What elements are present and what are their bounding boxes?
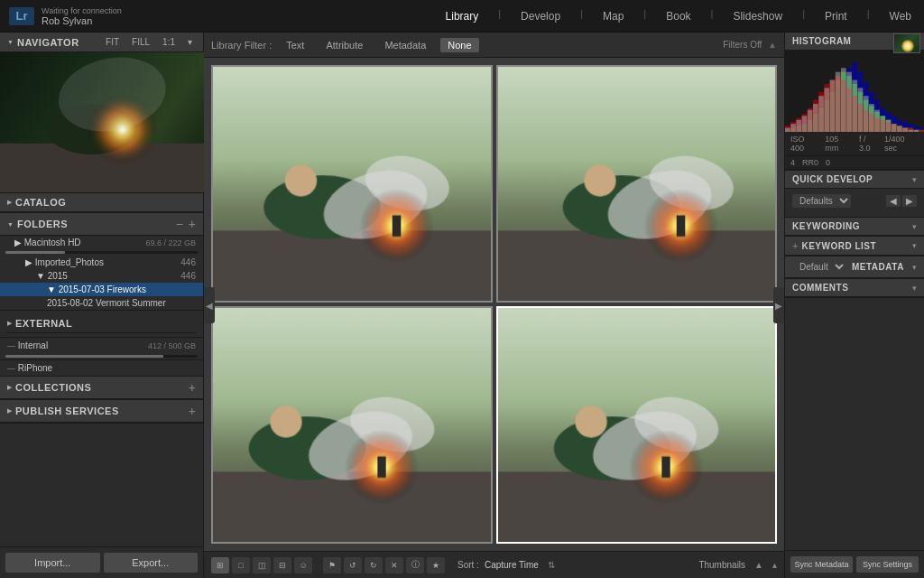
sort-direction-icon[interactable]: ⇅ <box>548 560 555 570</box>
folder-macintosh-hd[interactable]: ▶ Macintosh HD 69.6 / 222 GB <box>0 236 203 249</box>
photo-cell-4[interactable] <box>496 306 778 544</box>
nav-fit-btn[interactable]: FIT <box>102 36 123 48</box>
qd-preset-select[interactable]: Defaults <box>792 194 851 208</box>
people-view-btn[interactable]: ☺ <box>294 557 312 573</box>
folders-title: Folders <box>17 219 68 229</box>
grid-view-btn[interactable]: ⊞ <box>211 557 229 573</box>
internal-disk: 412 / 500 GB <box>148 341 196 350</box>
catalog-title: Catalog <box>15 197 66 208</box>
nav-fill-btn[interactable]: FILL <box>128 36 153 48</box>
reject-icon[interactable]: ✕ <box>385 557 403 573</box>
qd-preset-next[interactable]: ▶ <box>902 195 917 207</box>
folder-vermont[interactable]: 2015-08-02 Vermont Summer <box>0 296 203 310</box>
comments-expand-icon[interactable]: ▾ <box>912 284 917 293</box>
quick-develop-expand-icon[interactable]: ▾ <box>912 175 917 184</box>
compare-view-btn[interactable]: ◫ <box>253 557 271 573</box>
folders-header[interactable]: ▼ Folders − + <box>0 213 203 236</box>
quick-develop-header[interactable]: Quick Develop ▾ <box>785 171 924 189</box>
navigator-header[interactable]: ▼ Navigator FIT FILL 1:1 ▾ <box>0 33 203 52</box>
keywording-header[interactable]: Keywording ▾ <box>785 218 924 236</box>
star-icon[interactable]: ★ <box>427 557 445 573</box>
comments-header[interactable]: Comments ▾ <box>785 279 924 297</box>
export-button[interactable]: Export... <box>104 553 199 573</box>
sort-value[interactable]: Capture Time <box>485 560 539 570</box>
comments-section: Comments ▾ <box>785 279 924 298</box>
filter-expand-icon[interactable]: ▲ <box>768 40 777 50</box>
riphone-item[interactable]: — RiPhone <box>0 360 203 376</box>
external-header[interactable]: ▶ External <box>7 314 196 333</box>
expand-filmstrip-btn[interactable]: ▴ <box>772 560 777 570</box>
quick-develop-content: Defaults ◀ ▶ <box>785 189 924 217</box>
hist-lens: 105 mm <box>825 135 854 153</box>
right-panel-collapse[interactable]: ▶ <box>773 287 784 323</box>
publish-services-add-btn[interactable]: + <box>189 404 196 418</box>
sync-metadata-button[interactable]: Sync Metadata <box>790 556 853 573</box>
survey-view-btn[interactable]: ⊟ <box>273 557 291 573</box>
filter-tab-text[interactable]: Text <box>279 38 311 52</box>
publish-services-header[interactable]: ▶ Publish Services + <box>0 400 203 423</box>
topbar-left: Lr Waiting for connection Rob Sylvan <box>9 6 122 26</box>
filter-tab-none[interactable]: None <box>440 38 478 52</box>
nav-zoom-btn[interactable]: ▾ <box>184 36 196 48</box>
metadata-section: Default Metadata ▾ <box>785 256 924 279</box>
nav-develop[interactable]: Develop <box>517 8 564 24</box>
keyword-list-expand-icon[interactable]: ▾ <box>912 241 917 250</box>
rotate-icon[interactable]: ↺ <box>344 557 362 573</box>
nav-library[interactable]: Library <box>442 8 483 24</box>
flag-icon[interactable]: ⚑ <box>323 557 341 573</box>
internal-drive[interactable]: — Internal 412 / 500 GB <box>0 338 203 353</box>
metadata-preset-select[interactable]: Default <box>792 260 846 274</box>
photo-cell-2[interactable] <box>496 65 778 303</box>
thumb-label: Thumbnails <box>698 560 745 570</box>
sort-label: Sort : <box>457 560 479 570</box>
filter-off: Filters Off ▲ <box>723 40 777 50</box>
external-title: External <box>15 318 72 329</box>
collections-add-btn[interactable]: + <box>189 380 196 395</box>
catalog-header[interactable]: ▶ Catalog <box>0 193 203 212</box>
folder-fireworks[interactable]: ▼ 2015-07-03 Fireworks <box>0 283 203 296</box>
collections-header[interactable]: ▶ Collections + <box>0 377 203 399</box>
disk-space: 69.6 / 222 GB <box>145 238 196 247</box>
folders-minus-btn[interactable]: − <box>176 217 183 231</box>
keywording-expand-icon[interactable]: ▾ <box>912 222 917 231</box>
hist-shutter: 1/400 sec <box>884 135 919 153</box>
folder-imported-photos[interactable]: ▶ Imported_Photos 446 <box>0 256 203 269</box>
histogram-canvas <box>785 51 924 132</box>
thumb-size-icon[interactable]: ▲ <box>754 560 763 570</box>
topbar-info: Waiting for connection Rob Sylvan <box>42 6 122 26</box>
hist-val1: 4 <box>790 158 795 167</box>
nav-slideshow[interactable]: Slideshow <box>729 8 786 24</box>
histogram-title: Histogram <box>792 36 851 46</box>
nav-web[interactable]: Web <box>886 8 915 24</box>
nav-print[interactable]: Print <box>821 8 851 24</box>
rotate-cw-icon[interactable]: ↻ <box>365 557 383 573</box>
internal-section: — Internal 412 / 500 GB <box>0 338 203 360</box>
hist-val2: RR0 <box>802 158 818 167</box>
keyword-list-header[interactable]: + Keyword List ▾ <box>785 237 924 256</box>
metadata-expand-icon[interactable]: ▾ <box>912 263 917 272</box>
filter-tab-attribute[interactable]: Attribute <box>319 38 370 52</box>
metadata-header[interactable]: Default Metadata ▾ <box>785 256 924 278</box>
nav-book[interactable]: Book <box>662 8 694 24</box>
info-icon[interactable]: ⓘ <box>406 557 424 573</box>
nav-1-1-btn[interactable]: 1:1 <box>159 36 179 48</box>
loupe-view-btn[interactable]: □ <box>232 557 250 573</box>
qd-preset-prev[interactable]: ◀ <box>886 195 901 207</box>
hist-info: ISO 400 105 mm f / 3.0 1/400 sec <box>785 132 924 156</box>
folder-2015[interactable]: ▼ 2015 446 <box>0 269 203 283</box>
quick-develop-section: Quick Develop ▾ Defaults ◀ ▶ <box>785 171 924 218</box>
photo-cell-1[interactable] <box>211 65 493 303</box>
keyword-list-add-icon[interactable]: + <box>792 240 798 251</box>
topbar-status: Waiting for connection <box>42 6 122 15</box>
topbar-user: Rob Sylvan <box>42 15 122 26</box>
sync-settings-button[interactable]: Sync Settings <box>856 556 919 573</box>
photo-cell-3[interactable] <box>211 306 493 544</box>
hist-iso: ISO 400 <box>790 135 819 153</box>
folder-name: Macintosh HD <box>24 238 81 247</box>
left-panel-collapse[interactable]: ◀ <box>204 287 215 323</box>
folders-add-btn[interactable]: + <box>189 217 196 231</box>
filter-tab-metadata[interactable]: Metadata <box>377 38 433 52</box>
nav-map[interactable]: Map <box>599 8 627 24</box>
keywording-section: Keywording ▾ <box>785 218 924 237</box>
import-button[interactable]: Import... <box>5 553 100 573</box>
